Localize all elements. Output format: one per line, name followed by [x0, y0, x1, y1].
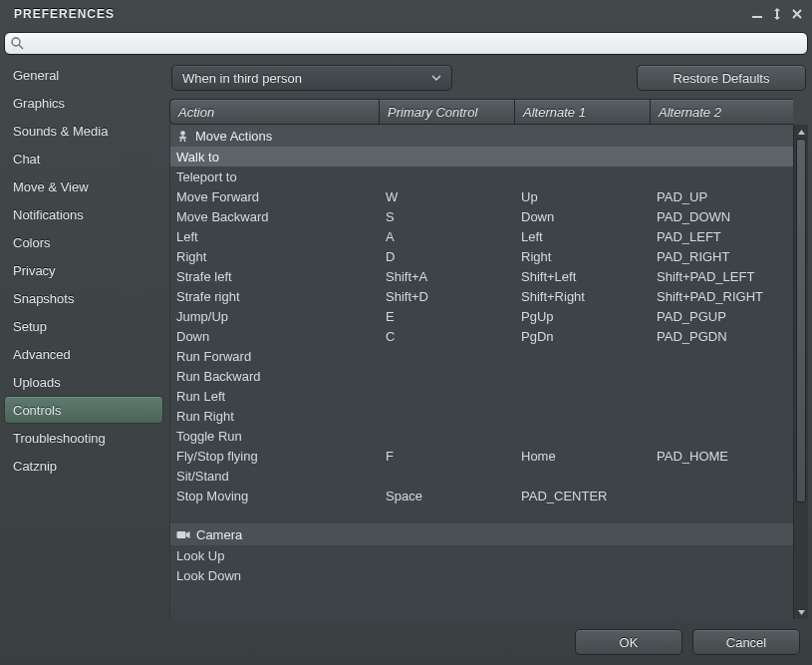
svg-line-2 — [19, 45, 23, 49]
scroll-up-icon[interactable] — [794, 125, 808, 139]
sidebar-item-move-view[interactable]: Move & View — [4, 172, 163, 200]
search-input[interactable] — [28, 36, 801, 51]
table-row[interactable]: Look Up — [170, 545, 793, 565]
cell-alt1: PgDn — [515, 329, 651, 344]
table-row[interactable]: Run Right — [170, 406, 793, 426]
table-row[interactable]: RightDRightPAD_RIGHT — [170, 246, 793, 266]
vertical-scrollbar[interactable] — [793, 125, 808, 619]
cell-action: Left — [170, 229, 380, 244]
sidebar-item-controls[interactable]: Controls — [4, 396, 163, 424]
group-header: Move Actions — [170, 125, 793, 147]
column-header-primary[interactable]: Primary Control — [379, 99, 514, 125]
cell-alt1: Up — [515, 189, 651, 204]
cell-action: Look Down — [170, 568, 380, 583]
cell-primary: Shift+A — [380, 269, 515, 284]
sidebar-item-label: Troubleshooting — [13, 431, 106, 446]
sidebar-item-chat[interactable]: Chat — [4, 145, 163, 172]
close-icon[interactable] — [788, 5, 806, 23]
cell-action: Run Forward — [170, 349, 380, 364]
table-row[interactable]: DownCPgDnPAD_PGDN — [170, 326, 793, 346]
table-row[interactable]: Move ForwardWUpPAD_UP — [170, 186, 793, 206]
cell-action: Teleport to — [170, 169, 380, 184]
search-bar[interactable] — [4, 32, 808, 55]
table-row[interactable]: Look Down — [170, 565, 793, 585]
table-row[interactable]: Strafe rightShift+DShift+RightShift+PAD_… — [170, 286, 793, 306]
camera-icon — [176, 529, 190, 540]
table-row[interactable]: Walk to — [170, 147, 793, 166]
cell-alt2: PAD_PGUP — [651, 309, 793, 324]
cell-alt1: PAD_CENTER — [515, 489, 651, 503]
cell-alt2: PAD_DOWN — [651, 209, 793, 224]
cell-action: Toggle Run — [170, 429, 380, 444]
minimize-icon[interactable] — [748, 5, 766, 23]
table-row[interactable]: Toggle Run — [170, 426, 793, 446]
search-icon — [11, 37, 24, 50]
mode-dropdown-label: When in third person — [182, 71, 431, 86]
sidebar-item-label: Advanced — [13, 347, 71, 362]
cell-alt1: Down — [515, 209, 651, 224]
mode-dropdown[interactable]: When in third person — [171, 65, 452, 91]
scroll-down-icon[interactable] — [794, 605, 808, 619]
sidebar-item-troubleshooting[interactable]: Troubleshooting — [4, 424, 163, 452]
cell-primary: Space — [380, 489, 515, 503]
sidebar-item-label: Colors — [13, 235, 51, 250]
column-header-action[interactable]: Action — [169, 99, 379, 125]
svg-rect-4 — [177, 531, 186, 538]
table-row[interactable]: Jump/UpEPgUpPAD_PGUP — [170, 306, 793, 326]
cell-alt2: PAD_PGDN — [651, 329, 793, 344]
cell-alt2: PAD_LEFT — [651, 229, 793, 244]
table-row[interactable]: Teleport to — [170, 166, 793, 186]
ok-button[interactable]: OK — [575, 629, 682, 655]
cell-action: Strafe right — [170, 289, 380, 304]
keybind-table[interactable]: Move ActionsWalk toTeleport toMove Forwa… — [169, 125, 793, 619]
group-title: Move Actions — [195, 129, 272, 144]
table-row[interactable]: Fly/Stop flyingFHomePAD_HOME — [170, 446, 793, 466]
sidebar-item-uploads[interactable]: Uploads — [4, 368, 163, 396]
cell-alt2: PAD_RIGHT — [651, 249, 793, 264]
sidebar-item-label: Setup — [13, 319, 47, 334]
scroll-thumb[interactable] — [796, 139, 806, 502]
controls-pane: When in third person Restore Defaults Ac… — [169, 61, 808, 619]
sidebar-item-label: Snapshots — [13, 291, 74, 306]
sidebar-item-privacy[interactable]: Privacy — [4, 256, 163, 284]
sidebar-item-notifications[interactable]: Notifications — [4, 200, 163, 228]
cell-alt1: Home — [515, 449, 651, 464]
cancel-button[interactable]: Cancel — [692, 629, 800, 655]
cell-action: Run Right — [170, 409, 380, 424]
column-header-alt1[interactable]: Alternate 1 — [514, 99, 650, 125]
cell-primary: E — [380, 309, 515, 324]
sidebar-item-advanced[interactable]: Advanced — [4, 340, 163, 368]
sidebar-item-label: Catznip — [13, 459, 57, 474]
table-row[interactable]: Stop MovingSpacePAD_CENTER — [170, 486, 793, 505]
sidebar-item-graphics[interactable]: Graphics — [4, 89, 163, 117]
expand-vertical-icon[interactable] — [768, 5, 786, 23]
table-row[interactable]: Move BackwardSDownPAD_DOWN — [170, 206, 793, 226]
svg-point-1 — [12, 38, 20, 46]
cell-action: Jump/Up — [170, 309, 380, 324]
sidebar-item-snapshots[interactable]: Snapshots — [4, 284, 163, 312]
scroll-track[interactable] — [794, 139, 808, 605]
table-row[interactable]: Run Backward — [170, 366, 793, 386]
sidebar-item-general[interactable]: General — [4, 61, 163, 89]
cell-primary: S — [380, 209, 515, 224]
table-row[interactable]: LeftALeftPAD_LEFT — [170, 226, 793, 246]
restore-defaults-button[interactable]: Restore Defaults — [637, 65, 806, 91]
cell-alt2: Shift+PAD_RIGHT — [651, 289, 793, 304]
column-header-alt2[interactable]: Alternate 2 — [650, 99, 793, 125]
cell-alt1: PgUp — [515, 309, 651, 324]
cell-primary: D — [380, 249, 515, 264]
sidebar-item-colors[interactable]: Colors — [4, 228, 163, 256]
cell-alt1: Right — [515, 249, 651, 264]
table-row[interactable]: Run Forward — [170, 346, 793, 366]
cell-action: Walk to — [170, 150, 380, 165]
sidebar-item-catznip[interactable]: Catznip — [4, 452, 163, 480]
cell-primary: W — [380, 189, 515, 204]
cell-alt2: PAD_UP — [651, 189, 793, 204]
cell-action: Move Backward — [170, 209, 380, 224]
table-row[interactable]: Sit/Stand — [170, 466, 793, 486]
table-row[interactable]: Run Left — [170, 386, 793, 406]
person-icon — [176, 130, 189, 143]
sidebar-item-setup[interactable]: Setup — [4, 312, 163, 340]
sidebar-item-sounds-media[interactable]: Sounds & Media — [4, 117, 163, 145]
table-row[interactable]: Strafe leftShift+AShift+LeftShift+PAD_LE… — [170, 266, 793, 286]
